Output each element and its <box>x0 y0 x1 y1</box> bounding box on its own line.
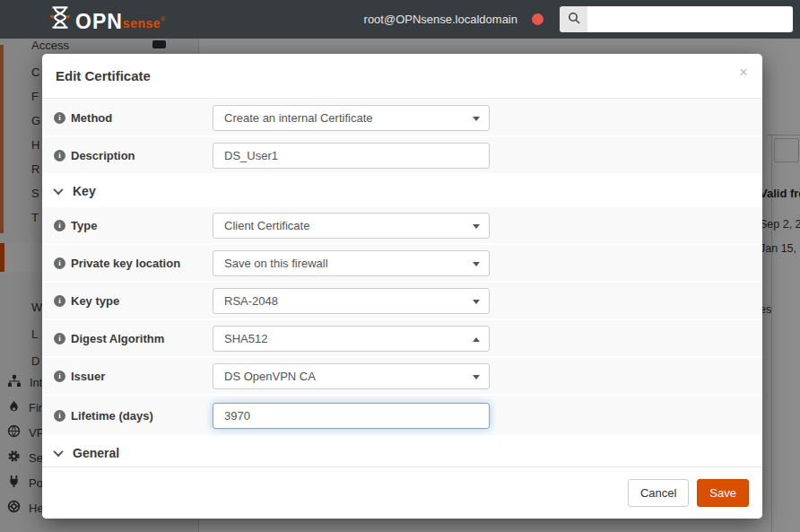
section-label: Key <box>73 184 96 198</box>
caret-down-icon <box>473 300 480 304</box>
info-icon[interactable]: i <box>54 112 65 124</box>
field-label: Key type <box>71 294 119 308</box>
caret-down-icon <box>473 117 480 121</box>
issuer-select[interactable]: DS OpenVPN CA <box>213 363 490 389</box>
caret-down-icon <box>473 375 480 379</box>
selected-value: Save on this firewall <box>224 257 328 270</box>
registered-mark: ® <box>161 6 165 33</box>
opnsense-hourglass-icon <box>48 5 72 33</box>
selected-value: Create an internal Certificate <box>224 111 372 125</box>
field-label: Private key location <box>71 257 180 270</box>
brand-name: OPN <box>75 10 123 33</box>
edit-certificate-modal: Edit Certificate × i Method Create an in… <box>42 54 762 519</box>
field-label: Issuer <box>71 370 105 383</box>
form-row-type: i Type Client Certificate <box>42 207 762 245</box>
search-input[interactable] <box>587 6 793 32</box>
selected-value: SHA512 <box>224 332 267 345</box>
chevron-down-icon <box>53 185 63 195</box>
method-select[interactable]: Create an internal Certificate <box>213 105 490 131</box>
field-label: Digest Algorithm <box>71 332 164 345</box>
selected-value: DS OpenVPN CA <box>224 370 316 383</box>
close-icon[interactable]: × <box>739 65 748 80</box>
search-addon <box>560 6 587 32</box>
caret-up-icon <box>473 337 480 342</box>
form-row-description: i Description <box>42 137 762 175</box>
selected-value: Client Certificate <box>224 219 309 232</box>
top-header-bar: OPNsense® root@OPNsense.localdomain <box>0 0 800 39</box>
certificate-form: i Method Create an internal Certificate … <box>42 100 762 467</box>
opnsense-logo[interactable]: OPNsense® <box>48 5 165 33</box>
selected-value: RSA-2048 <box>224 294 278 308</box>
field-label: Description <box>71 149 135 162</box>
field-label: Method <box>71 111 112 125</box>
modal-header: Edit Certificate × <box>42 54 762 99</box>
description-input[interactable] <box>213 143 490 169</box>
caret-down-icon <box>473 224 480 229</box>
info-icon[interactable]: i <box>54 295 65 307</box>
form-row-key-type: i Key type RSA-2048 <box>42 283 762 320</box>
info-icon[interactable]: i <box>54 410 65 422</box>
key-type-select[interactable]: RSA-2048 <box>213 288 490 314</box>
modal-title: Edit Certificate <box>56 68 151 83</box>
form-row-issuer: i Issuer DS OpenVPN CA <box>42 358 762 396</box>
opnsense-page: OPNsense® root@OPNsense.localdomain Acce… <box>0 0 800 532</box>
form-row-private-key-location: i Private key location Save on this fire… <box>42 245 762 283</box>
save-button[interactable]: Save <box>697 479 749 507</box>
form-row-lifetime: i Lifetime (days) <box>42 396 762 437</box>
field-label: Lifetime (days) <box>71 409 153 423</box>
lifetime-input[interactable] <box>213 403 490 429</box>
section-label: General <box>73 446 119 460</box>
field-label: Type <box>71 219 97 232</box>
info-icon[interactable]: i <box>54 371 65 382</box>
info-icon[interactable]: i <box>54 257 65 269</box>
chevron-down-icon <box>53 447 63 457</box>
caret-down-icon <box>473 262 480 266</box>
brand-suffix: sense <box>123 13 161 33</box>
logged-in-user[interactable]: root@OPNsense.localdomain <box>364 13 517 26</box>
info-icon[interactable]: i <box>54 333 65 344</box>
search-icon <box>568 12 580 28</box>
section-general[interactable]: General <box>42 437 762 467</box>
status-dot <box>532 13 543 25</box>
private-key-location-select[interactable]: Save on this firewall <box>213 250 490 276</box>
global-search <box>560 6 793 32</box>
info-icon[interactable]: i <box>54 150 65 161</box>
modal-footer: Cancel Save <box>42 467 762 519</box>
form-row-method: i Method Create an internal Certificate <box>42 100 762 137</box>
form-row-digest-algorithm: i Digest Algorithm SHA512 <box>42 320 762 358</box>
cancel-button[interactable]: Cancel <box>628 479 689 507</box>
info-icon[interactable]: i <box>54 220 65 231</box>
digest-algorithm-select[interactable]: SHA512 <box>213 326 490 352</box>
type-select[interactable]: Client Certificate <box>213 213 490 239</box>
section-key[interactable]: Key <box>42 175 762 207</box>
